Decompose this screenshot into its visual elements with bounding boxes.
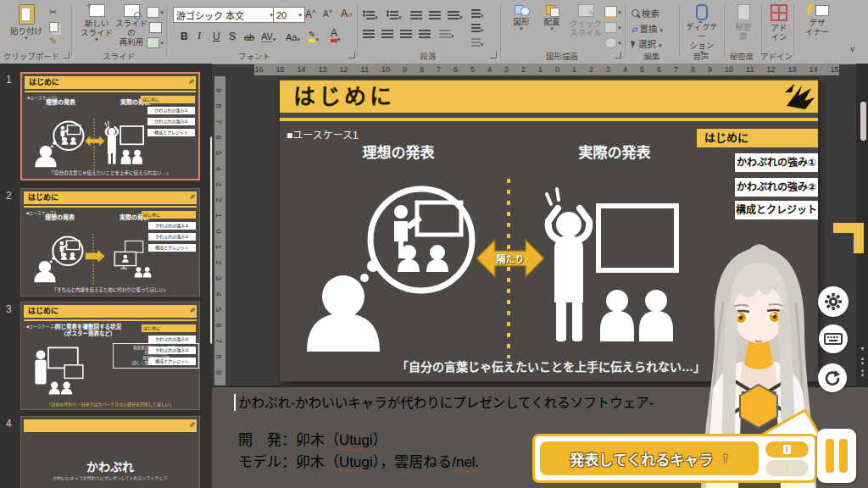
main-scrollbar-thumb[interactable] bbox=[860, 102, 866, 141]
shrink-font-button[interactable]: A˅ bbox=[323, 8, 332, 19]
new-slide-label: 新しい スライド bbox=[81, 19, 113, 37]
numbering-button[interactable]: ▾ bbox=[387, 8, 402, 23]
highlight-button[interactable]: ✎▾ bbox=[309, 27, 319, 43]
dropdown-icon: ▾ bbox=[297, 37, 300, 42]
dropdown-icon: ▾ bbox=[273, 37, 276, 42]
text-shadow-button[interactable]: S bbox=[229, 27, 236, 43]
thumbnail-scrollbar[interactable] bbox=[210, 136, 212, 344]
copy-icon bbox=[49, 22, 58, 32]
thumb2-nav-item: かわぷれの強み① bbox=[148, 222, 196, 230]
slide-thumbnail-2[interactable]: はじめに ✎ ■ユースケース1 理想の発表 実際の発表 はじめに かわぷれの強み… bbox=[20, 188, 200, 297]
font-name-combobox[interactable]: 游ゴシック 本文 ▾ bbox=[173, 7, 276, 23]
slide-thumbnail-1[interactable]: はじめに ✎ ■ユースケース1 理想の発表 実際の発表 はじめに かわぷれの強み… bbox=[20, 72, 200, 180]
quick-styles-button[interactable]: ✎ クイック スタイル bbox=[568, 4, 604, 37]
nav-credits[interactable]: 構成とクレジット bbox=[735, 201, 818, 219]
paste-button[interactable]: 貼り付け ▾ bbox=[7, 4, 46, 41]
grow-font-button[interactable]: A˄ bbox=[305, 8, 316, 20]
align-text-button[interactable]: ▾ bbox=[471, 20, 484, 36]
refresh-button[interactable] bbox=[818, 363, 847, 392]
notes-model-line: モデル：卯木（Utugi），雲居ねる/nel. bbox=[238, 450, 479, 471]
reset-button[interactable] bbox=[146, 21, 164, 34]
corner-bracket bbox=[833, 223, 864, 253]
thumb-number-3: 3 bbox=[6, 303, 12, 315]
vertical-ruler[interactable]: 9 8 7 6 5 4 3 2 1 0 1 2 3 4 5 6 7 8 9 bbox=[214, 76, 225, 387]
shapes-button[interactable]: 図形 ▾ bbox=[507, 4, 536, 31]
line-spacing-icon bbox=[448, 10, 459, 19]
dropdown-icon: ▾ bbox=[459, 14, 463, 20]
previous-slide-button[interactable]: ▲▲ bbox=[858, 357, 867, 365]
next-slide-button[interactable]: ▼▼ bbox=[858, 369, 867, 378]
font-size-combobox[interactable]: 20 ▾ bbox=[273, 7, 305, 23]
slide-thumbnail-3[interactable]: はじめに ✎ ■ユースケース2 同じ発表を複数回する状況 （ポスター発表など） … bbox=[20, 302, 200, 410]
font-dialog-launcher[interactable] bbox=[348, 52, 355, 58]
copy-button[interactable] bbox=[49, 20, 58, 36]
find-button[interactable]: 検索 bbox=[632, 7, 659, 19]
pen-icon: ✎ bbox=[189, 419, 196, 432]
align-center-button[interactable] bbox=[381, 26, 393, 42]
pause-button[interactable] bbox=[817, 429, 856, 483]
italic-button[interactable]: I bbox=[198, 27, 201, 43]
clipboard-dialog-launcher[interactable] bbox=[63, 52, 70, 58]
reuse-slides-button[interactable]: スライドの 再利用 bbox=[114, 4, 149, 47]
case-label: Aa bbox=[286, 32, 297, 42]
font-color-button[interactable]: A▾ bbox=[331, 27, 341, 43]
thumb1-title: はじめに bbox=[25, 76, 196, 89]
caption-toggle-button[interactable] bbox=[765, 441, 809, 458]
arrange-button[interactable]: 配置 ▾ bbox=[537, 4, 566, 31]
clear-formatting-button[interactable]: A⌀ bbox=[341, 8, 352, 19]
nav-strength-1[interactable]: かわぷれの強み① bbox=[735, 153, 818, 172]
bold-button[interactable]: B bbox=[181, 27, 188, 43]
replace-button[interactable]: ⇄置換 ▾ bbox=[632, 22, 663, 35]
sensitivity-icon bbox=[737, 4, 750, 20]
bullets-button[interactable]: ▾ bbox=[363, 8, 378, 23]
cut-button[interactable]: ✂ bbox=[49, 7, 57, 18]
format-painter-icon: ✎ bbox=[49, 36, 57, 46]
align-right-button[interactable] bbox=[400, 26, 412, 42]
shape-fill-button[interactable]: ▾ bbox=[604, 6, 622, 19]
dropdown-icon: ▾ bbox=[315, 37, 319, 42]
justify-button[interactable] bbox=[419, 26, 431, 42]
addins-button[interactable]: アド イン bbox=[765, 4, 793, 42]
dictation-button[interactable]: ディクテー ション ▾ bbox=[683, 4, 721, 55]
align-left-button[interactable] bbox=[363, 26, 375, 42]
nav-hajimeni[interactable]: はじめに bbox=[697, 129, 818, 147]
sensitivity-button[interactable]: 秘密 度 bbox=[729, 4, 758, 41]
editing-group-label: 編集 bbox=[623, 50, 681, 62]
increase-indent-button[interactable] bbox=[429, 8, 441, 23]
new-slide-button[interactable]: + 新しい スライド ▾ bbox=[80, 4, 114, 42]
layout-button[interactable]: ▾ bbox=[146, 6, 164, 19]
text-direction-button[interactable]: ▾ bbox=[471, 6, 484, 21]
horizontal-ruler[interactable]: 16 15 14 13 12 11 10 9 8 7 6 5 4 3 2 1 0… bbox=[254, 64, 839, 75]
designer-button[interactable]: デザ イナー bbox=[798, 4, 836, 36]
refresh-icon bbox=[824, 369, 841, 386]
format-painter-button[interactable]: ✎ bbox=[49, 36, 57, 47]
drawing-dialog-launcher[interactable] bbox=[615, 52, 621, 58]
sensitivity-group-label: 秘密度 bbox=[722, 50, 761, 62]
character-spacing-button[interactable]: AV▾ bbox=[261, 27, 275, 43]
shape-effects-button[interactable]: ▾ bbox=[604, 36, 622, 49]
dev-label: 開 発：卯木（ bbox=[238, 432, 339, 448]
keyboard-button[interactable] bbox=[819, 324, 848, 353]
slide-thumbnail-4[interactable]: ✎ かわぷれ -かわいいキャラが代わりにプレゼンしてくれるソフトウェア- bbox=[20, 416, 200, 488]
paragraph-dialog-launcher[interactable] bbox=[490, 52, 497, 58]
dropdown-icon: ▾ bbox=[298, 13, 302, 18]
dropdown-icon: ▾ bbox=[95, 37, 98, 42]
thumb2-nav-current: はじめに bbox=[142, 211, 196, 219]
change-case-button[interactable]: Aa▾ bbox=[286, 27, 300, 43]
convert-smartart-button[interactable]: ▾ bbox=[471, 35, 484, 50]
underline-button[interactable]: U bbox=[213, 27, 220, 43]
strikethrough-button[interactable]: ab bbox=[244, 27, 254, 43]
line-spacing-button[interactable]: ▾ bbox=[448, 8, 463, 23]
columns-button[interactable]: ▾ bbox=[439, 26, 454, 42]
scroll-down-button[interactable]: ▼ bbox=[858, 346, 867, 352]
raise-button[interactable]: ↑ bbox=[765, 460, 809, 476]
shape-outline-button[interactable]: ▾ bbox=[604, 21, 622, 34]
nav-strength-2[interactable]: かわぷれの強み② bbox=[735, 178, 818, 197]
section-button[interactable]: ▾ bbox=[146, 36, 164, 49]
thumb2-nav-item: かわぷれの強み② bbox=[148, 233, 196, 241]
collapse-ribbon-button[interactable]: ∨ bbox=[849, 44, 855, 53]
designer-label: デザ イナー bbox=[805, 18, 829, 36]
decrease-indent-button[interactable] bbox=[410, 8, 422, 23]
select-button[interactable]: 選択 ▾ bbox=[632, 37, 661, 50]
settings-button[interactable] bbox=[818, 286, 849, 317]
